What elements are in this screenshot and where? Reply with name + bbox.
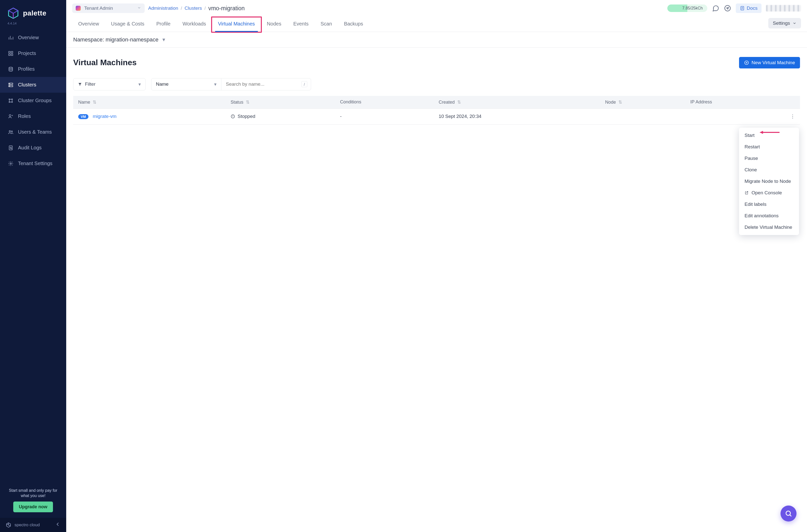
tab-profile[interactable]: Profile — [150, 18, 177, 32]
search-combo: Name ▾ / — [151, 78, 311, 90]
tab-workloads[interactable]: Workloads — [176, 18, 212, 32]
tab-nodes[interactable]: Nodes — [261, 18, 287, 32]
svg-point-11 — [9, 101, 10, 102]
chevron-down-icon — [792, 21, 796, 25]
sidebar-item-audit-logs[interactable]: Audit Logs — [0, 140, 66, 156]
sidebar-item-label: Audit Logs — [18, 145, 42, 151]
sidebar-item-label: Roles — [18, 113, 31, 119]
cluster-groups-icon — [8, 98, 14, 103]
sidebar-item-label: Cluster Groups — [18, 98, 52, 103]
filter-icon — [78, 82, 82, 86]
upgrade-now-button[interactable]: Upgrade now — [13, 501, 53, 512]
sidebar-item-clusters[interactable]: Clusters — [0, 77, 66, 93]
tab-usage-costs[interactable]: Usage & Costs — [105, 18, 150, 32]
spectrocloud-logo-icon — [5, 522, 12, 528]
keyboard-shortcut-hint: / — [301, 81, 307, 87]
tab-overview[interactable]: Overview — [72, 18, 105, 32]
sidebar-item-overview[interactable]: Overview — [0, 30, 66, 45]
sort-icon: ⇅ — [618, 99, 622, 105]
action-pause[interactable]: Pause — [739, 153, 799, 164]
search-field-dropdown[interactable]: Name ▾ — [151, 78, 221, 90]
main: Tenant Admin Administration / Clusters /… — [66, 0, 807, 532]
action-clone[interactable]: Clone — [739, 164, 799, 176]
status-text: Stopped — [238, 114, 255, 119]
sidebar-item-projects[interactable]: Projects — [0, 45, 66, 61]
users-icon — [8, 129, 14, 135]
tabs: Overview Usage & Costs Profile Workloads… — [66, 13, 807, 32]
annotation-highlight: Virtual Machines — [211, 17, 262, 33]
credit-usage-pill[interactable]: 7.85/25kCh — [667, 4, 707, 12]
table-row[interactable]: VM migrate-vm Stopped - 10 Sept 2024, 20… — [73, 108, 800, 125]
sort-icon: ⇅ — [246, 99, 249, 105]
sidebar-item-users-teams[interactable]: Users & Teams — [0, 124, 66, 140]
namespace-selector[interactable]: Namespace: migration-namespace ▾ — [66, 32, 807, 48]
tab-scan[interactable]: Scan — [315, 18, 338, 32]
help-fab-button[interactable] — [781, 506, 796, 521]
docs-button[interactable]: Docs — [736, 3, 762, 13]
tab-backups[interactable]: Backups — [338, 18, 369, 32]
docs-label: Docs — [747, 5, 757, 11]
tenant-selector[interactable]: Tenant Admin — [72, 3, 145, 13]
caret-down-icon: ▾ — [138, 81, 141, 87]
sidebar-item-tenant-settings[interactable]: Tenant Settings — [0, 156, 66, 171]
col-created[interactable]: Created⇅ — [434, 96, 600, 109]
new-virtual-machine-button[interactable]: New Virtual Machine — [739, 57, 800, 69]
tab-virtual-machines[interactable]: Virtual Machines — [212, 18, 261, 32]
action-edit-labels[interactable]: Edit labels — [739, 198, 799, 210]
svg-point-19 — [725, 5, 730, 11]
search-input[interactable] — [221, 78, 301, 90]
svg-point-15 — [11, 131, 13, 132]
chevron-down-icon — [137, 5, 141, 11]
action-migrate[interactable]: Migrate Node to Node — [739, 176, 799, 187]
action-start[interactable]: Start — [739, 130, 799, 141]
audit-logs-icon — [8, 145, 14, 151]
col-ip[interactable]: IP Address — [685, 96, 785, 109]
sidebar-item-roles[interactable]: Roles — [0, 108, 66, 124]
credit-value: 7.85/25kCh — [682, 6, 703, 11]
collapse-sidebar-button[interactable] — [55, 521, 61, 529]
col-name[interactable]: Name⇅ — [73, 96, 226, 109]
svg-point-8 — [10, 86, 10, 86]
footer-brand: spectro cloud — [15, 522, 40, 528]
upgrade-box: Start small and only pay for what you us… — [0, 488, 66, 518]
sidebar-item-profiles[interactable]: Profiles — [0, 61, 66, 77]
ip-cell — [685, 108, 785, 125]
sidebar-item-label: Projects — [18, 51, 36, 56]
filter-dropdown[interactable]: Filter ▾ — [73, 78, 146, 90]
sidebar: palette 4.4.14 Overview Projects Profile… — [0, 0, 66, 532]
action-open-console[interactable]: Open Console — [739, 187, 799, 198]
sidebar-footer: spectro cloud — [0, 518, 66, 532]
page-title: Virtual Machines — [73, 58, 137, 67]
tab-events[interactable]: Events — [287, 18, 315, 32]
sidebar-item-cluster-groups[interactable]: Cluster Groups — [0, 93, 66, 108]
settings-button[interactable]: Settings — [768, 18, 801, 28]
col-conditions[interactable]: Conditions — [335, 96, 434, 109]
vm-name-link[interactable]: migrate-vm — [93, 114, 116, 119]
svg-rect-3 — [11, 54, 13, 55]
sidebar-item-label: Clusters — [18, 82, 36, 88]
search-field-label: Name — [156, 81, 169, 87]
compass-icon[interactable] — [724, 4, 731, 12]
action-edit-annotations[interactable]: Edit annotations — [739, 210, 799, 222]
chat-icon[interactable] — [712, 4, 719, 12]
action-restart[interactable]: Restart — [739, 141, 799, 153]
svg-point-25 — [786, 511, 790, 515]
action-delete-vm[interactable]: Delete Virtual Machine — [739, 222, 799, 233]
overview-icon — [8, 35, 14, 40]
profiles-icon — [8, 66, 14, 72]
svg-point-13 — [9, 114, 11, 116]
external-link-icon — [745, 191, 749, 195]
caret-down-icon: ▾ — [214, 81, 217, 87]
col-node[interactable]: Node⇅ — [600, 96, 685, 109]
row-actions-button[interactable]: ⋮ — [785, 108, 800, 125]
col-status[interactable]: Status⇅ — [226, 96, 335, 109]
svg-point-7 — [10, 83, 10, 84]
tenant-label: Tenant Admin — [84, 5, 113, 11]
breadcrumb-clusters[interactable]: Clusters — [185, 5, 202, 11]
brand-name: palette — [23, 9, 46, 17]
version-label: 4.4.14 — [0, 21, 66, 30]
clusters-icon — [8, 82, 14, 88]
breadcrumb-administration[interactable]: Administration — [148, 5, 178, 11]
svg-point-14 — [9, 130, 11, 132]
row-action-menu: Start Restart Pause Clone Migrate Node t… — [739, 128, 799, 235]
